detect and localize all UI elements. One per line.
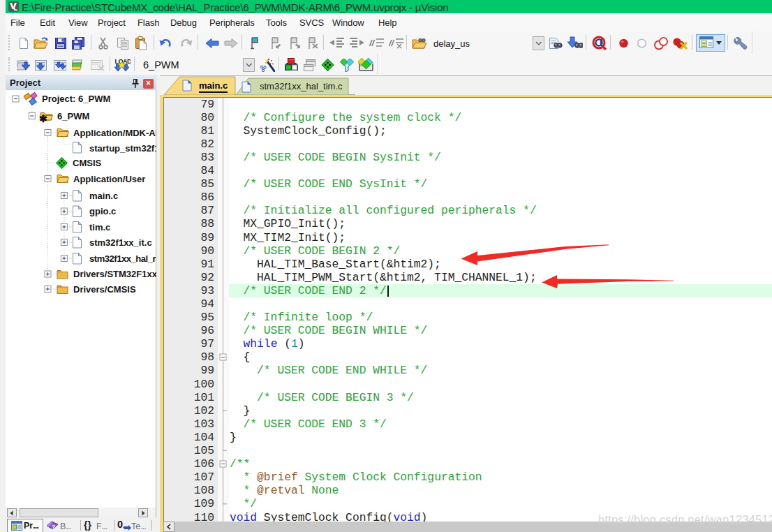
svg-text://: // [369,38,376,48]
svg-text:?: ? [52,524,56,531]
svg-text://: // [389,38,395,48]
svg-text:✱: ✱ [39,113,47,124]
